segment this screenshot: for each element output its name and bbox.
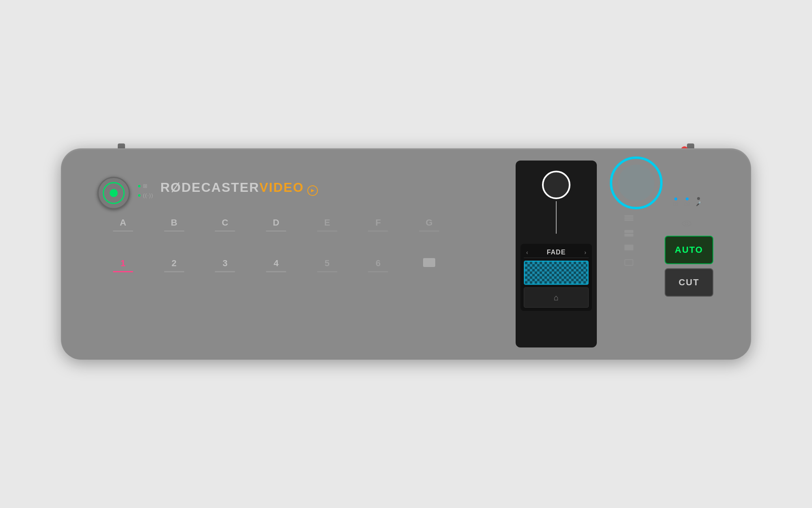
usb-icon: ⊞ [143, 183, 148, 189]
fader-line [556, 201, 557, 234]
channel-btn-4[interactable]: 4 [251, 258, 302, 272]
channel-label-4: 4 [274, 258, 279, 269]
hp2-item: Ω2 [684, 198, 690, 206]
channel-btn-b[interactable]: B [149, 217, 200, 232]
power-button[interactable] [97, 177, 130, 209]
logo-video: VIDEO [259, 180, 304, 195]
channel-line-g [419, 230, 439, 232]
channel-btn-f[interactable]: F [353, 217, 404, 232]
channel-btn-1[interactable]: 1 [97, 258, 149, 272]
channel-line-d [266, 230, 286, 232]
cut-button[interactable]: CUT [665, 268, 713, 297]
channel-line-4 [266, 271, 286, 272]
channel-btn-2[interactable]: 2 [149, 258, 200, 272]
channel-label-2: 2 [171, 258, 176, 269]
channel-btn-6[interactable]: 6 [353, 258, 404, 272]
channel-line-e [317, 230, 337, 232]
home-icon: ⌂ [554, 293, 559, 302]
scene-icon [423, 258, 435, 267]
channel-line-f [368, 230, 388, 232]
channel-btn-5[interactable]: 5 [302, 258, 353, 272]
channel-btn-scene[interactable] [404, 258, 455, 272]
auto-button[interactable]: AUTO [665, 236, 713, 264]
channel-label-6: 6 [376, 258, 380, 269]
left-section: ⊞ ((·)) RØDE CASTER VIDEO ▶ [97, 169, 455, 339]
cyan-dial[interactable] [610, 156, 663, 209]
numeric-channel-row: 1 2 3 4 [97, 258, 455, 272]
hp1-item: Ω1 [673, 198, 678, 206]
mic-label: 🎤 [696, 201, 702, 206]
wifi-dot [138, 194, 140, 197]
hp1-label: Ω1 [673, 202, 678, 206]
hp2-label: Ω2 [684, 202, 690, 206]
home-button-section[interactable]: ⌂ [524, 287, 589, 308]
channel-line-3 [215, 271, 235, 272]
channel-line-c [215, 230, 235, 232]
channel-btn-a[interactable]: A [97, 217, 149, 232]
far-right-panel: Ω1 Ω2 🎤 [602, 161, 711, 347]
power-button-dot [110, 189, 118, 197]
mic-item: 🎤 [696, 197, 702, 206]
channel-btn-d[interactable]: D [251, 217, 302, 232]
channel-btn-3[interactable]: 3 [199, 258, 251, 272]
transition-label: FADE [547, 249, 566, 256]
alpha-channel-row: A B C D [97, 217, 455, 232]
channels-area: A B C D [97, 209, 455, 339]
brand-logo: RØDE CASTER VIDEO ▶ [160, 180, 318, 196]
black-control-panel: ‹ FADE › ⌂ [516, 161, 597, 347]
logo-play-icon: ▶ [307, 185, 318, 196]
right-panel: ‹ FADE › ⌂ [516, 161, 715, 347]
cyan-dial-inner [618, 165, 654, 201]
channel-line-5 [317, 271, 337, 272]
channel-btn-c[interactable]: C [199, 217, 251, 232]
headphone-indicators: Ω1 Ω2 🎤 [673, 197, 702, 206]
usb-dot [138, 185, 140, 187]
transition-prev-arrow[interactable]: ‹ [526, 249, 528, 256]
fader-section [520, 167, 592, 240]
channel-label-1: 1 [121, 258, 125, 269]
transition-section: ‹ FADE › ⌂ [520, 244, 592, 311]
svg-point-7 [685, 222, 688, 225]
channel-line-6 [368, 271, 388, 272]
channel-label-g: G [426, 217, 433, 228]
channel-label-5: 5 [325, 258, 330, 269]
logo-caster: CASTER [201, 180, 259, 195]
channel-label-c: C [222, 217, 228, 228]
channel-btn-g[interactable]: G [404, 217, 455, 232]
usb-indicator: ⊞ [138, 183, 153, 189]
wifi-indicator: ((·)) [138, 192, 153, 198]
mic-dot [697, 197, 700, 200]
channel-line-b [164, 230, 184, 232]
fader-knob[interactable] [542, 171, 570, 199]
channel-line-1 [113, 271, 133, 272]
transition-next-arrow[interactable]: › [584, 249, 586, 256]
power-button-ring [103, 182, 125, 204]
device-body: ⊞ ((·)) RØDE CASTER VIDEO ▶ [61, 148, 751, 360]
hp2-dot [686, 198, 689, 200]
wifi-icon: ((·)) [143, 192, 153, 198]
transition-header: ‹ FADE › [524, 247, 589, 258]
channel-label-f: F [376, 217, 381, 228]
hp1-dot [674, 198, 677, 200]
channel-btn-e[interactable]: E [302, 217, 353, 232]
channel-label-3: 3 [222, 258, 227, 269]
device-chassis: ⊞ ((·)) RØDE CASTER VIDEO ▶ [61, 148, 751, 360]
channel-label-b: B [171, 217, 177, 228]
transition-preview[interactable] [524, 261, 589, 285]
connectivity-indicators: ⊞ ((·)) [138, 183, 153, 198]
channel-label-d: D [273, 217, 279, 228]
checkerboard-pattern [524, 261, 588, 284]
cut-button-label: CUT [678, 277, 699, 288]
channel-line-a [113, 230, 133, 232]
logo-rode: RØDE [160, 180, 201, 195]
channel-label-a: A [120, 217, 126, 228]
channel-label-e: E [324, 217, 330, 228]
channel-line-2 [164, 271, 184, 272]
auto-button-label: AUTO [675, 245, 703, 255]
eye-icon-wrapper[interactable] [681, 219, 692, 230]
